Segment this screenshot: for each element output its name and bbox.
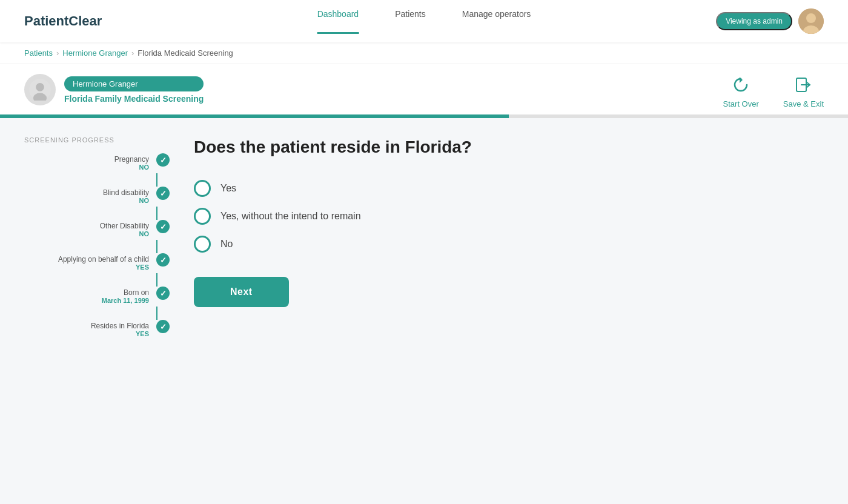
screening-title: Florida Family Medicaid Screening bbox=[64, 94, 204, 104]
tl-line-5 bbox=[156, 307, 157, 320]
timeline-item-behalf: Applying on behalf of a child YES ✓ bbox=[24, 253, 170, 273]
timeline-check-born: ✓ bbox=[156, 287, 170, 300]
logo: PatientClear bbox=[24, 13, 102, 29]
option-yes-no-intend-label: Yes, without the intend to remain bbox=[220, 211, 361, 222]
timeline-item-born: Born on March 11, 1999 ✓ bbox=[24, 287, 170, 307]
timeline-item-resides: Resides in Florida YES ✓ bbox=[24, 320, 170, 340]
radio-options: Yes Yes, without the intend to remain No bbox=[194, 180, 618, 253]
breadcrumb: Patients › Hermione Granger › Florida Me… bbox=[0, 42, 848, 64]
breadcrumb-patients[interactable]: Patients bbox=[24, 48, 53, 58]
radio-yes-no-intend[interactable] bbox=[194, 208, 211, 225]
patient-info: Hermione Granger Florida Family Medicaid… bbox=[24, 74, 204, 105]
timeline-item-pregnancy: Pregnancy NO ✓ bbox=[24, 153, 170, 173]
option-yes-label: Yes bbox=[220, 183, 236, 194]
svg-point-1 bbox=[806, 13, 816, 23]
patient-avatar bbox=[24, 74, 56, 105]
tl-line-2 bbox=[156, 207, 157, 220]
progress-fill bbox=[0, 114, 509, 118]
header-right: Viewing as admin bbox=[716, 8, 824, 34]
main-content: SCREENING PROGRESS Pregnancy NO ✓ Blind … bbox=[0, 118, 848, 421]
admin-badge[interactable]: Viewing as admin bbox=[716, 12, 792, 30]
timeline-item-disability: Other Disability NO ✓ bbox=[24, 220, 170, 240]
sidebar-title: SCREENING PROGRESS bbox=[24, 136, 170, 144]
breadcrumb-patient-name[interactable]: Hermione Granger bbox=[62, 48, 128, 58]
start-over-icon bbox=[730, 74, 752, 96]
next-button[interactable]: Next bbox=[194, 277, 289, 307]
timeline-check-resides: ✓ bbox=[156, 320, 170, 333]
timeline-check-blind: ✓ bbox=[156, 187, 170, 200]
patient-bar: Hermione Granger Florida Family Medicaid… bbox=[0, 64, 848, 114]
timeline-check-behalf: ✓ bbox=[156, 253, 170, 267]
timeline-item-blind: Blind disability NO ✓ bbox=[24, 187, 170, 207]
tl-line-4 bbox=[156, 273, 157, 287]
header: PatientClear Dashboard Patients Manage o… bbox=[0, 0, 848, 42]
question-text: Does the patient reside in Florida? bbox=[194, 136, 618, 158]
patient-name-badge: Hermione Granger bbox=[64, 76, 204, 91]
progress-strip bbox=[0, 114, 848, 118]
option-yes-no-intend[interactable]: Yes, without the intend to remain bbox=[194, 208, 618, 225]
main-nav: Dashboard Patients Manage operators bbox=[317, 9, 531, 34]
timeline-check-disability: ✓ bbox=[156, 220, 170, 233]
option-yes[interactable]: Yes bbox=[194, 180, 618, 197]
save-exit-icon bbox=[792, 74, 814, 96]
nav-dashboard[interactable]: Dashboard bbox=[317, 9, 359, 34]
svg-point-4 bbox=[36, 83, 44, 91]
toolbar: Start Over Save & Exit bbox=[723, 74, 824, 114]
option-no[interactable]: No bbox=[194, 236, 618, 253]
option-no-label: No bbox=[220, 239, 233, 250]
breadcrumb-current: Florida Medicaid Screening bbox=[137, 48, 233, 58]
radio-yes[interactable] bbox=[194, 180, 211, 197]
nav-manage-operators[interactable]: Manage operators bbox=[462, 9, 531, 34]
start-over-button[interactable]: Start Over bbox=[723, 74, 759, 108]
timeline-check-pregnancy: ✓ bbox=[156, 153, 170, 167]
radio-no[interactable] bbox=[194, 236, 211, 253]
tl-line-3 bbox=[156, 240, 157, 253]
timeline: Pregnancy NO ✓ Blind disability NO ✓ bbox=[24, 153, 170, 340]
save-exit-button[interactable]: Save & Exit bbox=[783, 74, 824, 108]
tl-line-1 bbox=[156, 173, 157, 187]
sidebar: SCREENING PROGRESS Pregnancy NO ✓ Blind … bbox=[24, 136, 170, 403]
svg-marker-6 bbox=[740, 77, 743, 83]
nav-patients[interactable]: Patients bbox=[395, 9, 426, 34]
avatar bbox=[798, 8, 824, 34]
form-area: Does the patient reside in Florida? Yes … bbox=[194, 136, 618, 403]
